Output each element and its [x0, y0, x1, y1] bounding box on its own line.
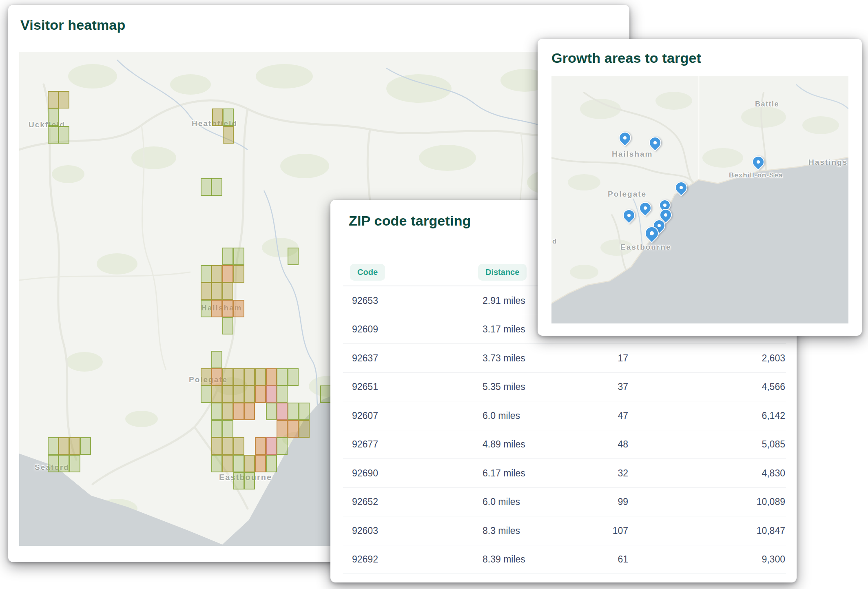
- growth-areas-map[interactable]: BattleHailshamHastingsBexhill-on-SeaPole…: [551, 76, 848, 323]
- heatmap-cell: [277, 385, 288, 403]
- cell-code: 92690: [352, 467, 378, 478]
- pin-dot: [653, 141, 657, 144]
- table-row[interactable]: 926526.0 miles9910,089: [343, 488, 786, 517]
- table-row[interactable]: 926906.17 miles324,830: [343, 459, 786, 488]
- cell-visitors: 32: [618, 467, 628, 478]
- heatmap-cell: [233, 265, 244, 283]
- pin-dot: [650, 231, 654, 235]
- table-row[interactable]: 926038.3 miles10710,847: [343, 516, 786, 545]
- growth-map-place-label: Hastings: [808, 158, 848, 167]
- heatmap-cell: [212, 108, 223, 126]
- cell-distance: 5.35 miles: [483, 381, 525, 392]
- heatmap-cell: [201, 300, 212, 317]
- heatmap-cell: [299, 403, 310, 420]
- cell-population: 4,566: [762, 381, 785, 392]
- cell-visitors: 48: [618, 439, 628, 450]
- growth-map-place-label: Bexhill-on-Sea: [729, 171, 783, 179]
- pin-dot: [757, 160, 760, 164]
- growth-map-basemap: [551, 76, 848, 323]
- pin-dot: [680, 186, 683, 189]
- heatmap-cell: [48, 437, 59, 455]
- heatmap-cell: [211, 437, 222, 455]
- cell-visitors: 99: [618, 496, 628, 507]
- heatmap-cell: [58, 455, 69, 472]
- heatmap-cell: [211, 403, 222, 420]
- cell-population: 2,603: [762, 352, 785, 363]
- heatmap-cell: [48, 455, 59, 472]
- pin-dot: [623, 136, 627, 140]
- pin-dot: [658, 224, 661, 227]
- cell-distance: 6.0 miles: [483, 496, 520, 507]
- heatmap-cell: [233, 300, 244, 317]
- heatmap-cell: [201, 178, 212, 196]
- heatmap-cell: [222, 265, 233, 283]
- heatmap-cell: [277, 403, 288, 420]
- cell-distance: 8.39 miles: [483, 554, 525, 565]
- heatmap-cell: [266, 403, 277, 420]
- heatmap-cell: [211, 351, 222, 368]
- growth-map-place-label: Battle: [755, 100, 779, 108]
- heatmap-cell: [211, 265, 222, 283]
- heatmap-cell: [211, 385, 222, 403]
- column-header-code[interactable]: Code: [350, 264, 385, 281]
- table-row[interactable]: 926373.73 miles172,603: [343, 344, 786, 373]
- heatmap-cell: [266, 368, 277, 386]
- table-row[interactable]: 926076.0 miles476,142: [343, 401, 786, 430]
- cell-population: 6,142: [762, 410, 785, 421]
- heatmap-cell: [277, 437, 288, 455]
- heatmap-cell: [48, 108, 59, 126]
- pin-dot: [664, 213, 667, 217]
- cell-code: 92637: [352, 352, 378, 363]
- heatmap-cell: [211, 420, 222, 438]
- heatmap-cell: [48, 91, 59, 108]
- cell-distance: 6.17 miles: [483, 467, 525, 478]
- heatmap-cell: [244, 368, 255, 386]
- heatmap-cell: [80, 437, 91, 455]
- heatmap-cell: [255, 437, 266, 455]
- cell-population: 4,830: [762, 467, 785, 478]
- heatmap-cell: [233, 368, 244, 386]
- cell-distance: 6.0 miles: [483, 410, 520, 421]
- column-header-distance[interactable]: Distance: [478, 264, 527, 281]
- heatmap-cell: [288, 420, 299, 438]
- heatmap-cell: [69, 437, 80, 455]
- cell-distance: 4.89 miles: [483, 439, 525, 450]
- heatmap-cell: [299, 420, 310, 438]
- heatmap-cell: [255, 368, 266, 386]
- heatmap-cell: [288, 248, 299, 265]
- zip-targeting-title: ZIP code targeting: [349, 213, 471, 229]
- heatmap-cell: [222, 420, 233, 438]
- growth-areas-card: Growth areas to target: [538, 39, 862, 336]
- heatmap-cell: [244, 455, 255, 472]
- heatmap-cell: [201, 282, 212, 300]
- table-row[interactable]: 926928.39 miles619,300: [343, 545, 786, 574]
- heatmap-cell: [69, 455, 80, 472]
- cell-distance: 8.3 miles: [483, 525, 520, 536]
- cell-distance: 3.73 miles: [483, 352, 525, 363]
- heatmap-cell: [277, 368, 288, 386]
- cell-code: 92692: [352, 554, 378, 565]
- table-row[interactable]: 926774.89 miles485,085: [343, 430, 786, 459]
- growth-map-place-label: Polegate: [608, 190, 647, 199]
- heatmap-cell: [244, 385, 255, 403]
- visitor-heatmap-title: Visitor heatmap: [20, 17, 125, 33]
- pin-dot: [663, 204, 666, 207]
- heatmap-cell: [222, 385, 233, 403]
- growth-map-place-label: Eastbourne: [620, 243, 671, 252]
- cell-visitors: 61: [618, 554, 628, 565]
- heatmap-cell: [277, 420, 288, 438]
- growth-map-place-label: Hailsham: [612, 150, 653, 159]
- heatmap-cell: [233, 472, 244, 489]
- heatmap-cell: [222, 403, 233, 420]
- cell-population: 10,089: [757, 496, 785, 507]
- pin-dot: [627, 214, 631, 217]
- heatmap-cell: [320, 385, 331, 403]
- heatmap-cell: [211, 300, 222, 317]
- heatmap-cell: [233, 455, 244, 472]
- heatmap-cell: [211, 455, 222, 472]
- growth-map-place-label: d: [552, 237, 557, 246]
- heatmap-cell: [201, 385, 212, 403]
- heatmap-cell: [288, 403, 299, 420]
- cell-visitors: 17: [618, 352, 628, 363]
- table-row[interactable]: 926515.35 miles374,566: [343, 373, 786, 402]
